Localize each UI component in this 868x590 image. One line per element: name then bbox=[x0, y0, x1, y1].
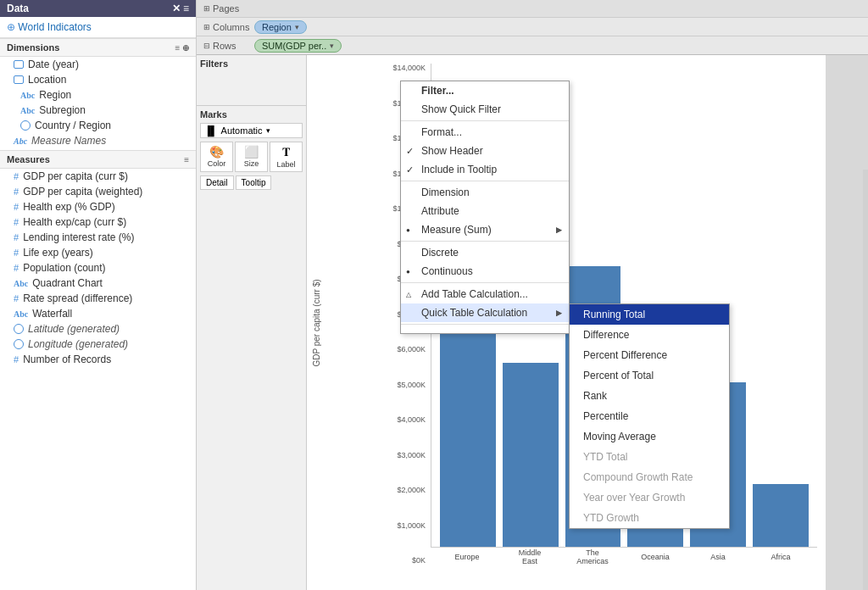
globe-icon bbox=[14, 339, 24, 349]
panel-title: Data bbox=[7, 3, 29, 14]
dimensions-header: Dimensions ≡ ⊕ bbox=[0, 38, 196, 57]
sidebar-item-life-exp[interactable]: # Life exp (years) bbox=[0, 245, 196, 260]
right-empty-area bbox=[826, 55, 868, 590]
datasource-name[interactable]: ⊕ World Indicators bbox=[0, 17, 196, 38]
sidebar-item-measure-names[interactable]: Abc Measure Names bbox=[0, 133, 196, 148]
sidebar-item-health-exp-gdp[interactable]: # Health exp (% GDP) bbox=[0, 199, 196, 214]
sidebar-item-population[interactable]: # Population (count) bbox=[0, 260, 196, 276]
sidebar-item-subregion[interactable]: Abc Subregion bbox=[0, 103, 196, 118]
abc-icon: Abc bbox=[14, 136, 27, 146]
dimensions-controls[interactable]: ≡ ⊕ bbox=[175, 43, 189, 53]
sidebar-item-number-records[interactable]: # Number of Records bbox=[0, 352, 196, 367]
sidebar-item-health-exp-cap[interactable]: # Health exp/cap (curr $) bbox=[0, 214, 196, 230]
x-axis-labels: Europe MiddleEast TheAmericas Oceania As… bbox=[431, 549, 817, 565]
marks-type-dropdown[interactable]: ▐▌ Automatic ▾ bbox=[200, 123, 303, 138]
y-tick: $5,000K bbox=[397, 381, 426, 389]
hash-icon: # bbox=[14, 171, 19, 181]
submenu-item-difference[interactable]: Difference bbox=[570, 325, 729, 345]
main-area: ⊞ Pages ⊞ Columns Region ▾ ⊟ bbox=[197, 0, 868, 590]
context-menu: Filter... Show Quick Filter Format... bbox=[400, 81, 570, 334]
color-icon: 🎨 bbox=[209, 145, 224, 159]
columns-pill[interactable]: Region ▾ bbox=[254, 20, 307, 34]
pages-label: ⊞ Pages bbox=[203, 3, 254, 14]
menu-item-format[interactable]: Format... bbox=[401, 123, 569, 142]
sidebar-item-quadrant-chart[interactable]: Abc Quadrant Chart bbox=[0, 276, 196, 291]
submenu-item-rank[interactable]: Rank bbox=[570, 386, 729, 406]
hash-icon: # bbox=[14, 217, 19, 227]
sidebar-item-date-year[interactable]: Date (year) bbox=[0, 57, 196, 72]
measures-controls[interactable]: ≡ bbox=[184, 155, 189, 164]
menu-item-remove[interactable] bbox=[401, 326, 569, 333]
sidebar-item-latitude[interactable]: Latitude (generated) bbox=[0, 321, 196, 337]
abc-icon: Abc bbox=[14, 279, 28, 288]
submenu-item-percent-of-total[interactable]: Percent of Total bbox=[570, 365, 729, 386]
data-pane: Dimensions ≡ ⊕ Date (year) Location Abc … bbox=[0, 38, 196, 590]
menu-item-include-tooltip[interactable]: Include in Tooltip bbox=[401, 160, 569, 179]
menu-item-show-header[interactable]: Show Header bbox=[401, 142, 569, 160]
sidebar-item-gdp-per-capita[interactable]: # GDP per capita (curr $) bbox=[0, 169, 196, 184]
submenu-item-percentile[interactable]: Percentile bbox=[570, 406, 729, 426]
chart-area: GDP per capita (curr $) $14,000K $13,000… bbox=[307, 55, 826, 590]
menu-item-add-table-calc[interactable]: Add Table Calculation... bbox=[401, 285, 569, 303]
y-tick: $3,000K bbox=[397, 451, 426, 459]
hash-icon: # bbox=[14, 263, 19, 273]
y-tick: $1,000K bbox=[397, 521, 426, 530]
menu-item-measure-sum[interactable]: Measure (Sum) ▶ bbox=[401, 220, 569, 239]
submenu-item-year-over-year: Year over Year Growth bbox=[570, 487, 729, 508]
submenu-item-percent-difference[interactable]: Percent Difference bbox=[570, 345, 729, 365]
y-tick: $6,000K bbox=[397, 345, 426, 353]
submenu-item-moving-average[interactable]: Moving Average bbox=[570, 426, 729, 447]
tooltip-button[interactable]: Tooltip bbox=[236, 175, 272, 190]
x-label-middle-east: MiddleEast bbox=[502, 548, 558, 565]
abc-icon: Abc bbox=[20, 106, 35, 115]
sidebar-item-rate-spread[interactable]: # Rate spread (difference) bbox=[0, 291, 196, 306]
sidebar-item-waterfall[interactable]: Abc Waterfall bbox=[0, 306, 196, 321]
y-tick: $0K bbox=[412, 556, 426, 565]
marks-row2: Detail Tooltip bbox=[200, 175, 303, 190]
menu-item-attribute[interactable]: Attribute bbox=[401, 202, 569, 220]
menu-separator bbox=[401, 241, 569, 242]
rows-shelf[interactable]: ⊟ Rows SUM(GDP per.. ▾ bbox=[197, 36, 868, 54]
menu-item-quick-table-calc[interactable]: Quick Table Calculation ▶ Running Total … bbox=[401, 303, 569, 322]
menu-item-continuous[interactable]: Continuous bbox=[401, 262, 569, 281]
y-axis-label: GDP per capita (curr $) bbox=[312, 279, 321, 366]
hash-icon: # bbox=[14, 186, 19, 197]
menu-item-show-quick-filter[interactable]: Show Quick Filter bbox=[401, 100, 569, 119]
measures-header: Measures ≡ bbox=[0, 150, 196, 169]
columns-shelf[interactable]: ⊞ Columns Region ▾ bbox=[197, 17, 868, 36]
dimensions-label: Dimensions bbox=[7, 42, 59, 53]
y-tick: $2,000K bbox=[397, 486, 426, 494]
sidebar-item-gdp-per-capita-w[interactable]: # GDP per capita (weighted) bbox=[0, 184, 196, 199]
x-label-africa: Africa bbox=[753, 553, 809, 561]
marks-panel: Marks ▐▌ Automatic ▾ 🎨 Color bbox=[197, 106, 306, 590]
detail-button[interactable]: Detail bbox=[200, 175, 234, 190]
db-icon bbox=[14, 75, 24, 84]
left-panel: Data ✕ ≡ ⊕ World Indicators Dimensions ≡… bbox=[0, 0, 197, 590]
submenu-item-ytd-total: YTD Total bbox=[570, 447, 729, 467]
menu-separator bbox=[401, 282, 569, 283]
hash-icon: # bbox=[14, 354, 19, 365]
label-button[interactable]: 𝐓 Label bbox=[270, 142, 303, 172]
menu-item-discrete[interactable]: Discrete bbox=[401, 243, 569, 262]
x-label-americas: TheAmericas bbox=[565, 548, 620, 565]
color-button[interactable]: 🎨 Color bbox=[200, 142, 233, 172]
panel-header: Data ✕ ≡ bbox=[0, 0, 196, 17]
db-icon bbox=[14, 60, 24, 69]
size-button[interactable]: ⬜ Size bbox=[235, 142, 268, 172]
menu-item-filter[interactable]: Filter... bbox=[401, 81, 569, 100]
filters-header: Filters bbox=[200, 58, 303, 69]
sidebar-item-region[interactable]: Abc Region bbox=[0, 87, 196, 103]
panel-controls: ✕ ≡ bbox=[172, 3, 189, 14]
rows-pill[interactable]: SUM(GDP per.. ▾ bbox=[254, 39, 342, 53]
hash-icon: # bbox=[14, 232, 19, 242]
sidebar-item-longitude[interactable]: Longitude (generated) bbox=[0, 337, 196, 352]
sidebar-item-location[interactable]: Location bbox=[0, 72, 196, 87]
menu-item-dimension[interactable]: Dimension bbox=[401, 183, 569, 202]
submenu-item-compound-growth: Compound Growth Rate bbox=[570, 467, 729, 487]
rows-label: ⊟ Rows bbox=[203, 41, 254, 51]
sidebar-item-country-region[interactable]: Country / Region bbox=[0, 118, 196, 133]
menu-separator bbox=[401, 324, 569, 325]
label-icon: 𝐓 bbox=[282, 145, 290, 159]
submenu-item-running-total[interactable]: Running Total bbox=[570, 304, 729, 325]
sidebar-item-lending-rate[interactable]: # Lending interest rate (%) bbox=[0, 230, 196, 245]
